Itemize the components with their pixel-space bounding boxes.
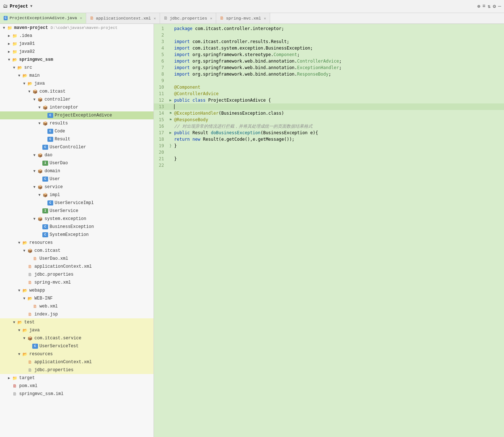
sidebar-item-index-jsp[interactable]: 🗎 index.jsp: [0, 310, 154, 318]
code-content: }: [174, 156, 177, 162]
sidebar-item-domain[interactable]: ▼ 📦 domain: [0, 167, 154, 175]
tab-jdbc-properties[interactable]: 🗎 jdbc.properties ✕: [160, 13, 217, 24]
sidebar-item-idea[interactable]: ▶ 📁 .idea: [0, 32, 154, 40]
chevron-icon: ▼: [27, 90, 32, 94]
minimize-icon[interactable]: —: [498, 3, 501, 9]
sidebar-item-system-exception[interactable]: ▼ 📦 system.exception: [0, 215, 154, 223]
chevron-icon: ▼: [37, 193, 42, 197]
sidebar-item-system-exception-class[interactable]: C SystemException: [0, 231, 154, 239]
code-line-21: 21 }: [154, 156, 504, 162]
package-icon: 📦: [37, 184, 43, 190]
code-content: import org.springframework.web.bind.anno…: [174, 71, 331, 77]
sidebar-item-java01[interactable]: ▶ 📁 java01: [0, 40, 154, 48]
interface-icon: I: [42, 208, 49, 214]
line-number: 18: [154, 136, 167, 143]
sidebar-item-results[interactable]: ▼ 📦 results: [0, 119, 154, 127]
gutter-annotation-icon2: ⚑: [167, 116, 174, 123]
dropdown-icon[interactable]: ▼: [30, 4, 32, 8]
sidebar-item-jdbc-properties[interactable]: 🗎 jdbc.properties: [0, 271, 154, 279]
sidebar-item-main[interactable]: ▼ 📂 main: [0, 72, 154, 80]
editor-content[interactable]: 1 package com.itcast.controller.intercep…: [154, 24, 504, 437]
gutter-brace-icon: }: [167, 143, 174, 149]
prop-icon: 🗎: [27, 367, 33, 373]
gutter-run-icon[interactable]: ▶: [167, 97, 174, 103]
code-line-12: 12 ▶ public class ProjectExceptionAdivce…: [154, 97, 504, 103]
sidebar-item-resources-main[interactable]: ▼ 📂 resources: [0, 239, 154, 247]
class-icon: C: [47, 112, 54, 119]
tab-project-exception[interactable]: C ProjectExceptionAdivce.java ✕: [0, 13, 86, 24]
sidebar-item-code[interactable]: C Code: [0, 127, 154, 135]
settings-icon[interactable]: ⚙: [493, 3, 496, 9]
package-icon: 📦: [42, 104, 49, 111]
chevron-icon: ▼: [32, 153, 37, 157]
line-number: 15: [154, 116, 167, 123]
code-content: package com.itcast.controller.intercepto…: [174, 25, 284, 32]
sidebar-item-spring-mvc-xml[interactable]: 🗎 spring-mvc.xml: [0, 279, 154, 287]
sidebar-item-user-dao[interactable]: I UserDao: [0, 159, 154, 167]
chevron-icon: ▶: [7, 34, 12, 38]
sidebar-item-jdbc-props-test[interactable]: 🗎 jdbc.properties: [0, 366, 154, 374]
line-number: 2: [154, 32, 167, 38]
tab-close-icon[interactable]: ✕: [264, 16, 266, 21]
sidebar-item-impl[interactable]: ▼ 📦 impl: [0, 191, 154, 199]
list-icon[interactable]: ≡: [482, 3, 485, 9]
add-icon[interactable]: ⊕: [477, 3, 480, 9]
sidebar-item-java02[interactable]: ▶ 📁 java02: [0, 48, 154, 56]
class-icon: C: [47, 200, 54, 206]
tab-close-icon[interactable]: ✕: [80, 16, 82, 20]
sidebar-item-com-itcast-resources[interactable]: ▼ 📦 com.itcast: [0, 247, 154, 255]
sidebar-item-web-xml[interactable]: 🗎 web.xml: [0, 302, 154, 310]
sidebar-item-com-itcast[interactable]: ▼ 📦 com.itcast: [0, 88, 154, 96]
code-content: [174, 32, 177, 38]
sidebar-item-userdao-xml[interactable]: 🗎 UserDao.xml: [0, 255, 154, 263]
sidebar-item-test[interactable]: ▼ 📂 test: [0, 318, 154, 326]
jsp-icon: 🗎: [27, 311, 33, 318]
chevron-icon: ▶: [7, 50, 12, 54]
sidebar-item-dao[interactable]: ▼ 📦 dao: [0, 151, 154, 159]
sidebar-item-user-service-impl[interactable]: C UserServiceImpl: [0, 199, 154, 207]
tab-spring-mvc[interactable]: 🗎 spring-mvc.xml ✕: [216, 13, 270, 24]
gutter-run-icon2[interactable]: ▶: [167, 130, 174, 136]
sidebar-item-ssm-iml[interactable]: 🗎 springmvc_ssm.iml: [0, 390, 154, 398]
sort-icon[interactable]: ⇅: [488, 3, 491, 9]
sidebar-item-target[interactable]: ▶ 📁 target: [0, 374, 154, 382]
sidebar-item-result[interactable]: C Result: [0, 135, 154, 143]
sidebar-item-pom-xml[interactable]: 🗎 pom.xml: [0, 382, 154, 390]
sidebar-item-user[interactable]: C User: [0, 175, 154, 183]
sidebar-item-resources-test[interactable]: ▼ 📂 resources: [0, 350, 154, 358]
chevron-icon: ▼: [17, 74, 22, 78]
tab-application-context[interactable]: 🗎 applicationContext.xml ✕: [86, 13, 160, 24]
sidebar-item-service[interactable]: ▼ 📦 service: [0, 183, 154, 191]
sidebar-item-springmvc-ssm[interactable]: ▼ 📂 springmvc_ssm: [0, 56, 154, 64]
sidebar-item-project-exception-adivce[interactable]: C ProjectExceptionAdivce: [0, 111, 154, 119]
sidebar-item-app-context-xml[interactable]: 🗎 applicationContext.xml: [0, 263, 154, 271]
sidebar-item-interceptor[interactable]: ▼ 📦 interceptor: [0, 103, 154, 111]
tab-close-icon[interactable]: ✕: [210, 16, 212, 21]
sidebar-item-java[interactable]: ▼ 📂 java: [0, 80, 154, 88]
sidebar-item-user-service[interactable]: I UserService: [0, 207, 154, 215]
sidebar-item-webapp[interactable]: ▼ 📂 webapp: [0, 287, 154, 294]
sidebar-item-app-context-test[interactable]: 🗎 applicationContext.xml: [0, 358, 154, 366]
sidebar-item-com-itcast-service[interactable]: ▼ 📦 com.itcast.service: [0, 334, 154, 342]
code-line-5: 5 import org.springframework.stereotype.…: [154, 51, 504, 58]
tab-close-icon[interactable]: ✕: [154, 16, 156, 21]
chevron-icon: ▶: [7, 42, 12, 46]
code-content: return new Result(e.getCode(),e.getMessa…: [174, 136, 294, 143]
sidebar-item-user-service-test[interactable]: C UserServiceTest: [0, 342, 154, 350]
code-content: import org.springframework.web.bind.anno…: [174, 58, 341, 64]
sidebar-item-business-exception[interactable]: C BusinessException: [0, 223, 154, 231]
code-line-6: 6 import org.springframework.web.bind.an…: [154, 58, 504, 64]
sidebar-item-src[interactable]: ▼ 📂 src: [0, 64, 154, 72]
sidebar-item-webinf[interactable]: ▼ 📂 WEB-INF: [0, 294, 154, 302]
sidebar-item-maven-project[interactable]: ▼ 📁 maven-project D:\code\javase\maven-p…: [0, 24, 154, 32]
folder-icon: 📂: [12, 56, 18, 63]
code-line-13-cursor[interactable]: 13: [154, 103, 504, 110]
tab-class-icon: C: [4, 16, 8, 20]
chevron-icon: ▶: [7, 376, 12, 380]
folder-icon: 📂: [17, 64, 23, 71]
iml-icon: 🗎: [12, 391, 18, 397]
sidebar-item-java-test[interactable]: ▼ 📂 java: [0, 326, 154, 334]
sidebar-item-user-controller[interactable]: C UserController: [0, 143, 154, 151]
sidebar-item-controller[interactable]: ▼ 📦 controller: [0, 96, 154, 103]
chevron-icon: ▼: [17, 241, 22, 245]
